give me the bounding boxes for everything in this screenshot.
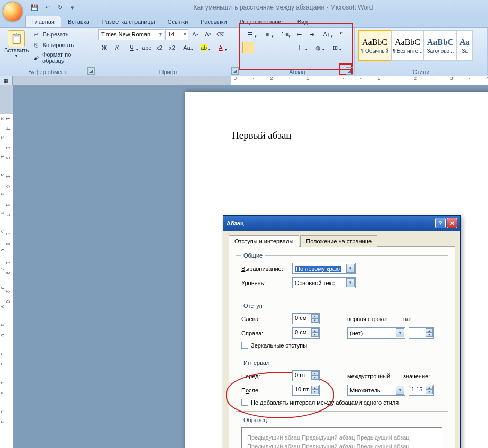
dialog-titlebar[interactable]: Абзац ? ✕ (223, 216, 460, 231)
spin-up-icon[interactable]: ▲ (426, 386, 433, 390)
line-spacing-button[interactable]: ‡≡ (293, 42, 309, 53)
save-icon[interactable]: 💾 (29, 2, 40, 13)
chevron-down-icon[interactable]: ▼ (396, 328, 404, 337)
fieldset-preview: Образец Предыдущий абзац Предыдущий абза… (236, 417, 448, 448)
highlight-button[interactable]: ab (196, 42, 212, 53)
clear-formatting-button[interactable]: ⌫ (215, 29, 227, 40)
style-no-spacing[interactable]: AaBbC ¶ Без инте... (391, 30, 424, 61)
bullets-button[interactable]: ☰ (242, 29, 258, 40)
style-preview: AaBbC (362, 38, 387, 47)
qat-customize-icon[interactable]: ▾ (67, 2, 78, 13)
spin-down-icon[interactable]: ▼ (311, 333, 319, 337)
font-launcher[interactable]: ◢ (231, 67, 239, 75)
mirror-indents-checkbox[interactable]: Зеркальные отступы (241, 342, 442, 349)
title-bar: 💾 ↶ ↻ ▾ Как уменьшить расстояние между а… (0, 0, 488, 15)
italic-button[interactable]: К (111, 42, 123, 53)
borders-button[interactable]: ⊞ (327, 42, 343, 53)
font-name-combo[interactable]: Times New Roman (98, 29, 164, 40)
spin-down-icon[interactable]: ▼ (311, 318, 319, 323)
brush-icon: 🖌 (32, 53, 40, 62)
style-normal[interactable]: AaBbC ¶ Обычный (358, 30, 391, 61)
align-center-button[interactable]: ≡ (255, 42, 267, 53)
chevron-down-icon[interactable]: ▼ (346, 264, 355, 273)
numbering-button[interactable]: ≡ (259, 29, 275, 40)
redo-icon[interactable]: ↻ (54, 2, 66, 13)
spin-up-icon[interactable]: ▲ (311, 314, 319, 318)
chevron-down-icon[interactable]: ▼ (346, 278, 355, 287)
indent-by-spinner[interactable]: ▲▼ (409, 327, 434, 339)
font-size-combo[interactable]: 14 (165, 29, 188, 40)
horizontal-ruler[interactable]: ▦ 3 · 2 · 1 · · · 1 · 2 · 3 · 4 · 5 · 6 … (0, 76, 488, 85)
outline-level-combo[interactable]: Основной текст ▼ (292, 277, 356, 288)
ruler-corner[interactable]: ▦ (0, 76, 13, 85)
tab-references[interactable]: Ссылки (161, 16, 195, 27)
paste-icon: 📋 (8, 30, 25, 47)
bold-button[interactable]: Ж (98, 42, 110, 53)
font-color-button[interactable]: A (213, 42, 229, 53)
tab-line-page-breaks[interactable]: Положение на странице (300, 235, 377, 247)
copy-button[interactable]: ⎘Копировать (31, 40, 94, 50)
spin-down-icon[interactable]: ▼ (426, 333, 433, 337)
eraser-icon: ⌫ (216, 31, 225, 38)
decrease-indent-button[interactable]: ⇤ (293, 29, 305, 40)
tab-page-layout[interactable]: Разметка страницы (96, 16, 161, 27)
subscript-button[interactable]: x2 (153, 42, 165, 53)
group-styles: AaBbC ¶ Обычный AaBbC ¶ Без инте... AaBb… (355, 28, 488, 76)
undo-icon[interactable]: ↶ (41, 2, 53, 13)
tab-insert[interactable]: Вставка (61, 16, 96, 27)
spacing-before-value: 0 пт (295, 372, 305, 378)
dialog-close-button[interactable]: ✕ (447, 218, 457, 228)
style-heading1[interactable]: AaBbC Заголово... (424, 30, 457, 61)
spin-up-icon[interactable]: ▲ (311, 371, 319, 376)
spin-up-icon[interactable]: ▲ (311, 328, 319, 333)
spacing-after-spinner[interactable]: 10 пт ▲▼ (292, 385, 320, 396)
tab-review[interactable]: Рецензирование (233, 16, 291, 27)
show-marks-button[interactable]: ¶ (336, 29, 347, 40)
spin-up-icon[interactable]: ▲ (311, 386, 319, 390)
spin-down-icon[interactable]: ▼ (311, 376, 319, 380)
increase-indent-button[interactable]: ⇥ (306, 29, 318, 40)
clipboard-launcher[interactable]: ◢ (87, 67, 95, 75)
style-heading2[interactable]: Aa За (457, 30, 473, 61)
tab-home[interactable]: Главная (25, 16, 61, 27)
linespacing-combo[interactable]: Множитель ▼ (347, 385, 405, 396)
underline-button[interactable]: Ч (124, 42, 140, 53)
strikethrough-button[interactable]: abc (141, 42, 152, 53)
change-case-button[interactable]: Aa (179, 42, 195, 53)
alignment-label: Выравнивание: (241, 266, 289, 272)
indent-right-spinner[interactable]: 0 см ▲▼ (292, 327, 320, 339)
firstline-combo[interactable]: (нет) ▼ (347, 327, 405, 339)
multilevel-button[interactable]: ⋮≡ (276, 29, 292, 40)
tab-indents-spacing[interactable]: Отступы и интервалы (229, 235, 299, 247)
spin-down-icon[interactable]: ▼ (426, 390, 433, 394)
spacing-before-spinner[interactable]: 0 пт ▲▼ (292, 370, 320, 381)
paste-button[interactable]: 📋 Вставить ▾ (2, 29, 31, 66)
indent-left-spinner[interactable]: 0 см ▲▼ (292, 313, 320, 324)
dialog-help-button[interactable]: ? (435, 218, 446, 228)
sort-button[interactable]: A↓ (319, 29, 335, 40)
paragraph-1[interactable]: Первый абзац (232, 130, 488, 141)
paragraph-launcher[interactable]: ◢ (346, 67, 353, 75)
align-left-button[interactable]: ≡ (242, 42, 254, 53)
format-painter-button[interactable]: 🖌Формат по образцу (31, 51, 94, 65)
no-space-same-style-checkbox[interactable]: Не добавлять интервал между абзацами одн… (241, 399, 442, 406)
alignment-combo[interactable]: По левому краю ▼ (292, 263, 356, 274)
tab-mailings[interactable]: Рассылки (194, 16, 233, 27)
office-button[interactable] (3, 2, 23, 22)
spacing-at-spinner[interactable]: 1,15 ▲▼ (409, 385, 434, 396)
align-right-button[interactable]: ≡ (268, 42, 279, 53)
indent-left-label: Слева: (241, 316, 289, 322)
shrink-font-button[interactable]: A▾ (202, 29, 214, 40)
legend-spacing: Интервал (241, 360, 272, 366)
vertical-ruler[interactable]: 2 1 1 2 3 4 5 6 7 8 9 10 11 12 13 14 15 … (0, 85, 13, 448)
spin-up-icon[interactable]: ▲ (426, 328, 433, 333)
justify-button[interactable]: ≡ (281, 42, 292, 53)
spin-down-icon[interactable]: ▼ (311, 390, 319, 394)
chevron-down-icon[interactable]: ▼ (396, 386, 404, 395)
superscript-button[interactable]: x2 (166, 42, 178, 53)
grow-font-button[interactable]: A▴ (189, 29, 201, 40)
tab-view[interactable]: Вид (291, 16, 314, 27)
shading-button[interactable]: ◍ (310, 42, 326, 53)
indent-by-label: на: (403, 316, 419, 322)
cut-button[interactable]: ✂Вырезать (31, 30, 94, 39)
